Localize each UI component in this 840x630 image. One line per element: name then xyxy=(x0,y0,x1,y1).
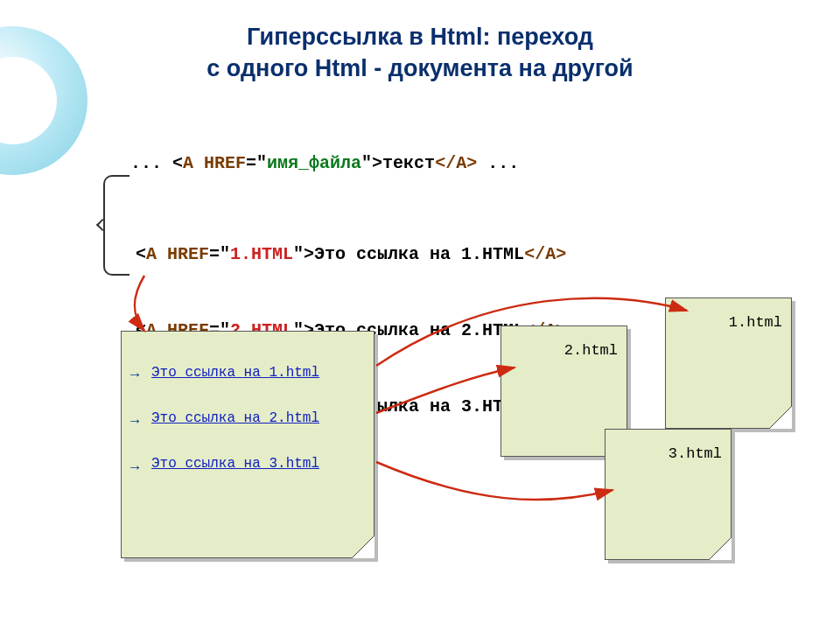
target-page-1: 1.html xyxy=(665,298,792,429)
source-page: → Это ссылка на 1.html → Это ссылка на 2… xyxy=(121,331,374,558)
syntax-inner-text: текст xyxy=(382,153,435,173)
page-fold-icon xyxy=(769,406,792,429)
syntax-suffix: ... xyxy=(477,153,519,173)
title-line-2: с одного Html - документа на другой xyxy=(206,55,633,81)
arrow-icon: → xyxy=(130,413,139,430)
syntax-tag-close: </A> xyxy=(435,153,477,173)
syntax-placeholder: имя_файла xyxy=(267,153,361,173)
rendered-link: Это ссылка на 1.html xyxy=(151,365,361,381)
syntax-prefix: ... < xyxy=(130,153,183,173)
syntax-close-attr: "> xyxy=(361,153,382,173)
syntax-tag: A HREF xyxy=(183,153,246,173)
target-page-3: 3.html xyxy=(605,429,732,560)
slide-title: Гиперссылка в Html: переход с одного Htm… xyxy=(0,21,840,85)
syntax-template: ... <A HREF="имя_файла">текст</A> ... xyxy=(109,133,519,173)
arrow-curve xyxy=(376,462,612,500)
curly-brace xyxy=(103,175,130,276)
rendered-link: Это ссылка на 2.html xyxy=(151,410,361,426)
syntax-eq: =" xyxy=(246,153,267,173)
title-line-1: Гиперссылка в Html: переход xyxy=(247,24,593,50)
target-page-label: 2.html xyxy=(510,342,618,359)
example-line: <A HREF="1.HTML">Это ссылка на 1.HTML</A… xyxy=(136,242,566,267)
rendered-link: Это ссылка на 3.html xyxy=(151,456,361,472)
target-page-label: 3.html xyxy=(614,445,722,462)
page-fold-icon xyxy=(709,537,732,560)
target-page-label: 1.html xyxy=(675,314,782,331)
page-fold-icon xyxy=(352,536,374,558)
arrow-icon: → xyxy=(130,459,139,476)
arrow-icon: → xyxy=(130,367,139,383)
